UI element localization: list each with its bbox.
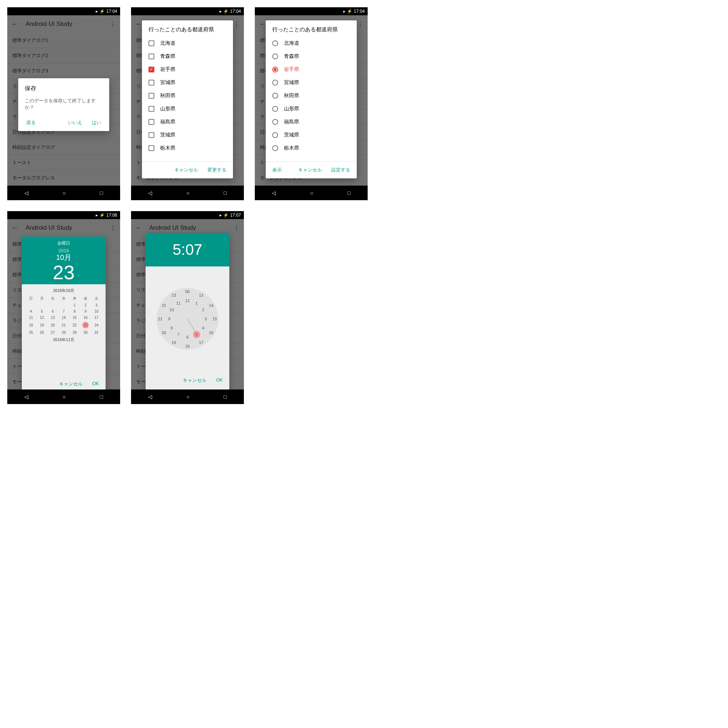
checkbox-row[interactable]: 秋田県 xyxy=(142,89,233,102)
calendar-day[interactable]: 10 xyxy=(91,308,102,315)
negative-button[interactable]: いいえ xyxy=(67,117,84,128)
cancel-button[interactable]: キャンセル xyxy=(181,375,208,386)
clock-hour[interactable]: 3 xyxy=(202,315,209,323)
calendar-day[interactable]: 3 xyxy=(91,302,102,308)
calendar-day[interactable]: 17 xyxy=(91,315,102,321)
calendar-day[interactable]: 6 xyxy=(47,308,58,315)
calendar-day[interactable]: 1 xyxy=(69,302,80,308)
positive-button[interactable]: はい xyxy=(90,117,102,128)
cancel-button[interactable]: キャンセル xyxy=(173,165,199,176)
checkbox-icon[interactable] xyxy=(148,80,154,86)
nav-home-icon[interactable]: ○ xyxy=(187,190,189,196)
cancel-button[interactable]: キャンセル xyxy=(297,165,323,176)
clock-hour[interactable]: 14 xyxy=(208,302,215,309)
calendar-day[interactable]: 2 xyxy=(80,302,91,308)
calendar-day[interactable]: 22 xyxy=(69,321,80,329)
clock-hour[interactable]: 1 xyxy=(193,300,200,307)
clock-hour[interactable]: 11 xyxy=(175,300,182,307)
calendar-day[interactable]: 28 xyxy=(58,329,69,336)
calendar-day[interactable]: 15 xyxy=(69,315,80,321)
clock-hour[interactable]: 13 xyxy=(198,292,205,299)
calendar-day[interactable]: 29 xyxy=(69,329,80,336)
nav-home-icon[interactable]: ○ xyxy=(310,190,313,196)
nav-recent-icon[interactable]: □ xyxy=(224,394,227,400)
radio-row[interactable]: 秋田県 xyxy=(266,89,357,102)
nav-home-icon[interactable]: ○ xyxy=(63,190,66,196)
year-label[interactable]: 2015 xyxy=(22,248,106,253)
checkbox-row[interactable]: 茨城県 xyxy=(142,128,233,142)
clock-hour[interactable]: 17 xyxy=(198,339,205,346)
checkbox-row[interactable]: 栃木県 xyxy=(142,142,233,155)
checkbox-row[interactable]: 宮城県 xyxy=(142,76,233,89)
calendar-day[interactable]: 4 xyxy=(26,308,37,315)
calendar-day[interactable]: 11 xyxy=(26,315,37,321)
calendar-day[interactable]: 9 xyxy=(80,308,91,315)
radio-icon[interactable] xyxy=(272,80,278,86)
nav-back-icon[interactable]: ◁ xyxy=(148,190,152,196)
nav-recent-icon[interactable]: □ xyxy=(100,394,103,400)
clock-hour[interactable]: 7 xyxy=(175,331,182,338)
ok-button[interactable]: 設定する xyxy=(330,165,352,176)
clock-hour[interactable]: 00 xyxy=(184,288,191,295)
radio-row[interactable]: 岩手県 xyxy=(266,63,357,76)
clock-hour[interactable]: 21 xyxy=(156,315,164,323)
radio-row[interactable]: 山形県 xyxy=(266,102,357,115)
radio-icon[interactable] xyxy=(272,54,278,59)
clock-hour[interactable]: 16 xyxy=(208,329,215,336)
cancel-button[interactable]: キャンセル xyxy=(58,379,84,390)
clock-hour[interactable]: 19 xyxy=(170,339,177,346)
calendar-day[interactable]: 5 xyxy=(37,308,47,315)
radio-icon[interactable] xyxy=(272,145,278,151)
calendar-day[interactable]: 21 xyxy=(58,321,69,329)
checkbox-icon[interactable] xyxy=(148,54,154,59)
checkbox-row[interactable]: 青森県 xyxy=(142,50,233,63)
radio-icon[interactable] xyxy=(272,67,278,72)
clock-hour[interactable]: 15 xyxy=(211,315,219,323)
clock-hour[interactable]: 4 xyxy=(199,324,207,332)
checkbox-row[interactable]: 岩手県 xyxy=(142,63,233,76)
clock-hour[interactable]: 23 xyxy=(170,292,177,299)
ok-button[interactable]: 変更する xyxy=(206,165,228,176)
calendar-day[interactable] xyxy=(26,302,37,308)
radio-row[interactable]: 北海道 xyxy=(266,37,357,50)
neutral-button[interactable]: 戻る xyxy=(25,117,37,128)
radio-icon[interactable] xyxy=(272,132,278,138)
nav-home-icon[interactable]: ○ xyxy=(63,394,66,400)
clock-hour[interactable]: 8 xyxy=(168,324,176,332)
calendar-day[interactable]: 14 xyxy=(58,315,69,321)
ok-button[interactable]: OK xyxy=(91,379,101,390)
clock-hour[interactable]: 22 xyxy=(160,302,167,309)
time-display[interactable]: 5:07 xyxy=(145,233,229,266)
calendar-day[interactable]: 27 xyxy=(47,329,58,336)
checkbox-icon[interactable] xyxy=(148,119,154,125)
calendar-day[interactable]: 19 xyxy=(37,321,47,329)
calendar-day[interactable]: 18 xyxy=(26,321,37,329)
calendar[interactable]: 2015年10月 日月火水木金土123456789101112131415161… xyxy=(22,284,106,376)
clock-hour[interactable]: 20 xyxy=(160,329,167,336)
checkbox-icon[interactable] xyxy=(148,93,154,99)
checkbox-row[interactable]: 山形県 xyxy=(142,102,233,115)
checkbox-icon[interactable] xyxy=(148,145,154,151)
radio-row[interactable]: 青森県 xyxy=(266,50,357,63)
nav-back-icon[interactable]: ◁ xyxy=(24,190,28,196)
calendar-day[interactable] xyxy=(47,302,58,308)
nav-back-icon[interactable]: ◁ xyxy=(24,394,28,400)
calendar-day[interactable]: 16 xyxy=(80,315,91,321)
show-button[interactable]: 表示 xyxy=(271,165,283,176)
clock-hour[interactable]: 9 xyxy=(166,315,173,323)
calendar-day[interactable] xyxy=(37,302,47,308)
clock-hour[interactable]: 12 xyxy=(184,297,191,304)
radio-row[interactable]: 栃木県 xyxy=(266,142,357,155)
nav-recent-icon[interactable]: □ xyxy=(348,190,350,196)
radio-row[interactable]: 福島県 xyxy=(266,115,357,128)
nav-home-icon[interactable]: ○ xyxy=(187,394,189,400)
clock-hour[interactable]: 2 xyxy=(199,306,207,314)
calendar-day[interactable]: 8 xyxy=(69,308,80,315)
calendar-day-selected[interactable]: 23 xyxy=(80,321,91,329)
clock-hour[interactable]: 5 xyxy=(193,331,200,338)
calendar-day[interactable]: 31 xyxy=(91,329,102,336)
checkbox-icon[interactable] xyxy=(148,132,154,138)
calendar-day[interactable]: 20 xyxy=(47,321,58,329)
radio-icon[interactable] xyxy=(272,106,278,112)
checkbox-icon[interactable] xyxy=(148,40,154,46)
